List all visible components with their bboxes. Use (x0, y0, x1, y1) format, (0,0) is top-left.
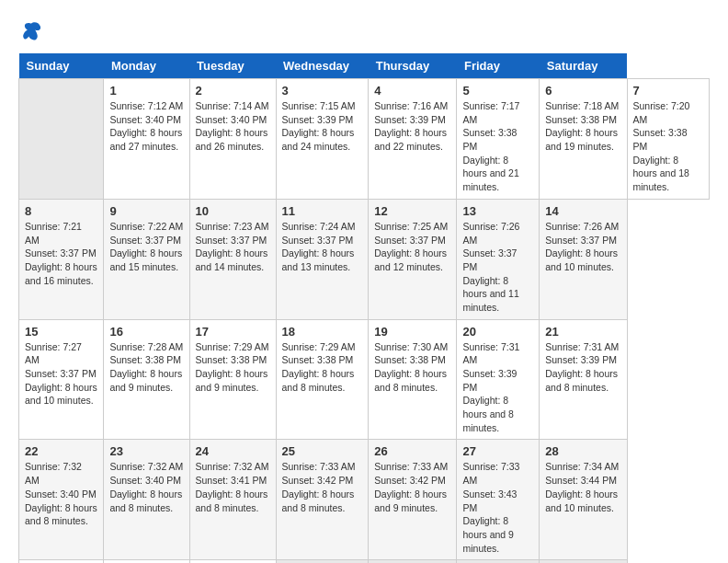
calendar-cell: 25 Sunrise: 7:33 AM Sunset: 3:42 PM Dayl… (276, 440, 369, 560)
calendar-cell: 20 Sunrise: 7:31 AM Sunset: 3:39 PM Dayl… (457, 319, 540, 440)
calendar-cell: 28 Sunrise: 7:34 AM Sunset: 3:44 PM Dayl… (540, 440, 627, 560)
day-number: 23 (109, 444, 183, 458)
day-info: Sunrise: 7:16 AM Sunset: 3:39 PM Dayligh… (374, 99, 450, 154)
calendar-cell: 3 Sunrise: 7:15 AM Sunset: 3:39 PM Dayli… (276, 79, 369, 200)
day-info: Sunrise: 7:15 AM Sunset: 3:39 PM Dayligh… (282, 99, 363, 154)
calendar-cell: 17 Sunrise: 7:29 AM Sunset: 3:38 PM Dayl… (189, 319, 276, 440)
day-info: Sunrise: 7:12 AM Sunset: 3:40 PM Dayligh… (109, 99, 183, 154)
day-number: 24 (196, 444, 270, 458)
day-number: 12 (374, 204, 450, 218)
calendar-cell: 10 Sunrise: 7:23 AM Sunset: 3:37 PM Dayl… (189, 199, 276, 319)
calendar-cell: 26 Sunrise: 7:33 AM Sunset: 3:42 PM Dayl… (369, 440, 457, 560)
day-info: Sunrise: 7:17 AM Sunset: 3:38 PM Dayligh… (462, 99, 533, 194)
day-number: 7 (633, 84, 703, 98)
day-info: Sunrise: 7:32 AM Sunset: 3:41 PM Dayligh… (196, 460, 270, 514)
day-number: 4 (374, 84, 450, 98)
calendar-week-row: 15 Sunrise: 7:27 AM Sunset: 3:37 PM Dayl… (19, 319, 710, 440)
day-of-week-header: Monday (104, 53, 189, 79)
calendar-cell: 27 Sunrise: 7:33 AM Sunset: 3:43 PM Dayl… (457, 440, 540, 560)
logo-bird-icon (18, 18, 44, 44)
calendar-cell: 1 Sunrise: 7:12 AM Sunset: 3:40 PM Dayli… (104, 79, 189, 200)
day-info: Sunrise: 7:33 AM Sunset: 3:42 PM Dayligh… (282, 460, 363, 514)
day-info: Sunrise: 7:31 AM Sunset: 3:39 PM Dayligh… (462, 340, 533, 435)
day-info: Sunrise: 7:34 AM Sunset: 3:44 PM Dayligh… (545, 460, 620, 514)
calendar-cell: 19 Sunrise: 7:30 AM Sunset: 3:38 PM Dayl… (369, 319, 457, 440)
day-info: Sunrise: 7:30 AM Sunset: 3:38 PM Dayligh… (374, 340, 450, 395)
day-of-week-header: Wednesday (276, 53, 369, 79)
day-info: Sunrise: 7:33 AM Sunset: 3:43 PM Dayligh… (462, 460, 533, 555)
day-info: Sunrise: 7:29 AM Sunset: 3:38 PM Dayligh… (282, 340, 363, 395)
calendar-cell: 13 Sunrise: 7:26 AM Sunset: 3:37 PM Dayl… (457, 199, 540, 319)
day-info: Sunrise: 7:27 AM Sunset: 3:37 PM Dayligh… (25, 340, 97, 408)
day-number: 19 (374, 325, 450, 339)
day-number: 18 (282, 325, 363, 339)
day-number: 22 (25, 444, 97, 458)
day-number: 10 (196, 204, 270, 218)
day-info: Sunrise: 7:33 AM Sunset: 3:42 PM Dayligh… (374, 460, 450, 514)
calendar-cell: 12 Sunrise: 7:25 AM Sunset: 3:37 PM Dayl… (369, 199, 457, 319)
day-number: 13 (462, 204, 533, 218)
day-number: 17 (196, 325, 270, 339)
calendar-table: SundayMondayTuesdayWednesdayThursdayFrid… (18, 53, 710, 563)
day-of-week-header: Friday (457, 53, 540, 79)
calendar-cell: 16 Sunrise: 7:28 AM Sunset: 3:38 PM Dayl… (104, 319, 189, 440)
calendar-header-row: SundayMondayTuesdayWednesdayThursdayFrid… (19, 53, 710, 79)
day-info: Sunrise: 7:26 AM Sunset: 3:37 PM Dayligh… (462, 220, 533, 315)
calendar-cell: 11 Sunrise: 7:24 AM Sunset: 3:37 PM Dayl… (276, 199, 369, 319)
day-info: Sunrise: 7:25 AM Sunset: 3:37 PM Dayligh… (374, 220, 450, 274)
calendar-cell: 5 Sunrise: 7:17 AM Sunset: 3:38 PM Dayli… (457, 79, 540, 200)
day-number: 6 (545, 84, 620, 98)
calendar-cell: 23 Sunrise: 7:32 AM Sunset: 3:40 PM Dayl… (104, 440, 189, 560)
calendar-week-row: 1 Sunrise: 7:12 AM Sunset: 3:40 PM Dayli… (19, 79, 710, 200)
day-number: 14 (545, 204, 620, 218)
day-info: Sunrise: 7:32 AM Sunset: 3:40 PM Dayligh… (25, 460, 97, 527)
empty-cell (19, 79, 104, 200)
day-number: 21 (545, 325, 620, 339)
day-info: Sunrise: 7:18 AM Sunset: 3:38 PM Dayligh… (545, 99, 620, 154)
day-info: Sunrise: 7:23 AM Sunset: 3:37 PM Dayligh… (196, 220, 270, 274)
day-of-week-header: Saturday (540, 53, 627, 79)
calendar-cell: 14 Sunrise: 7:26 AM Sunset: 3:37 PM Dayl… (540, 199, 627, 319)
calendar-cell: 15 Sunrise: 7:27 AM Sunset: 3:37 PM Dayl… (19, 319, 104, 440)
calendar-cell: 24 Sunrise: 7:32 AM Sunset: 3:41 PM Dayl… (189, 440, 276, 560)
day-number: 20 (462, 325, 533, 339)
day-number: 26 (374, 444, 450, 458)
day-number: 16 (109, 325, 183, 339)
calendar-cell: 4 Sunrise: 7:16 AM Sunset: 3:39 PM Dayli… (369, 79, 457, 200)
day-info: Sunrise: 7:32 AM Sunset: 3:40 PM Dayligh… (109, 460, 183, 514)
day-number: 15 (25, 325, 97, 339)
day-number: 3 (282, 84, 363, 98)
day-number: 27 (462, 444, 533, 458)
calendar-cell: 18 Sunrise: 7:29 AM Sunset: 3:38 PM Dayl… (276, 319, 369, 440)
day-info: Sunrise: 7:22 AM Sunset: 3:37 PM Dayligh… (109, 220, 183, 274)
day-info: Sunrise: 7:29 AM Sunset: 3:38 PM Dayligh… (196, 340, 270, 395)
calendar-cell: 6 Sunrise: 7:18 AM Sunset: 3:38 PM Dayli… (540, 79, 627, 200)
calendar-cell: 7 Sunrise: 7:20 AM Sunset: 3:38 PM Dayli… (627, 79, 709, 200)
calendar-cell: 22 Sunrise: 7:32 AM Sunset: 3:40 PM Dayl… (19, 440, 104, 560)
day-number: 9 (109, 204, 183, 218)
day-number: 2 (196, 84, 270, 98)
day-info: Sunrise: 7:28 AM Sunset: 3:38 PM Dayligh… (109, 340, 183, 395)
logo (18, 18, 48, 44)
day-info: Sunrise: 7:14 AM Sunset: 3:40 PM Dayligh… (196, 99, 270, 154)
day-info: Sunrise: 7:21 AM Sunset: 3:37 PM Dayligh… (25, 220, 97, 287)
day-number: 11 (282, 204, 363, 218)
day-number: 5 (462, 84, 533, 98)
calendar-week-row: 8 Sunrise: 7:21 AM Sunset: 3:37 PM Dayli… (19, 199, 710, 319)
day-of-week-header: Thursday (369, 53, 457, 79)
calendar-week-row: 22 Sunrise: 7:32 AM Sunset: 3:40 PM Dayl… (19, 440, 710, 560)
day-number: 25 (282, 444, 363, 458)
day-of-week-header: Tuesday (189, 53, 276, 79)
day-info: Sunrise: 7:31 AM Sunset: 3:39 PM Dayligh… (545, 340, 620, 395)
page-header (18, 18, 710, 44)
day-info: Sunrise: 7:26 AM Sunset: 3:37 PM Dayligh… (545, 220, 620, 274)
day-number: 8 (25, 204, 97, 218)
calendar-cell: 9 Sunrise: 7:22 AM Sunset: 3:37 PM Dayli… (104, 199, 189, 319)
day-of-week-header: Sunday (19, 53, 104, 79)
calendar-cell: 21 Sunrise: 7:31 AM Sunset: 3:39 PM Dayl… (540, 319, 627, 440)
day-number: 1 (109, 84, 183, 98)
day-info: Sunrise: 7:20 AM Sunset: 3:38 PM Dayligh… (633, 99, 703, 194)
day-number: 28 (545, 444, 620, 458)
calendar-cell: 8 Sunrise: 7:21 AM Sunset: 3:37 PM Dayli… (19, 199, 104, 319)
day-info: Sunrise: 7:24 AM Sunset: 3:37 PM Dayligh… (282, 220, 363, 274)
